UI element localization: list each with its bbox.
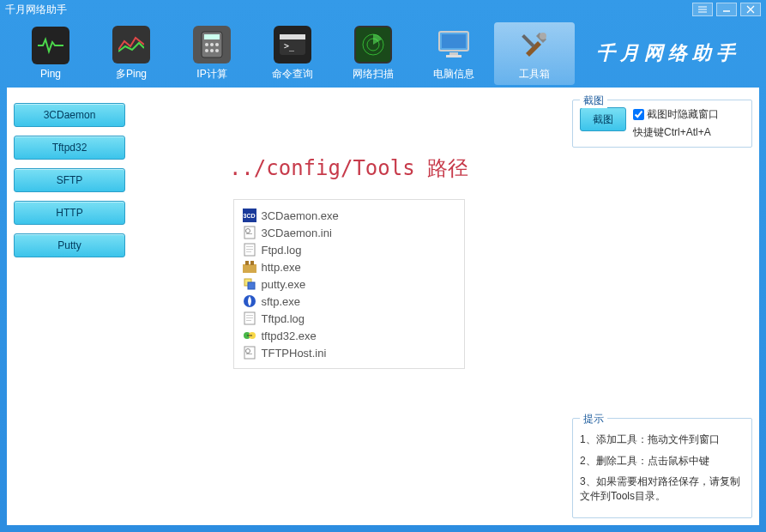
window-title: 千月网络助手 [5,3,689,17]
toolbar-label: 工具箱 [519,67,550,82]
toolbar-pc-info[interactable]: 电脑信息 [413,22,494,85]
ini-icon [243,226,256,239]
toolbar-toolbox[interactable]: 工具箱 [494,22,575,85]
heartbeat-icon [32,27,69,64]
svg-rect-34 [246,317,253,318]
screenshot-button[interactable]: 截图 [580,107,626,131]
hide-window-checkbox[interactable] [633,109,644,120]
svg-point-17 [540,33,546,39]
svg-rect-15 [449,52,458,55]
toolbar-ping[interactable]: Ping [10,23,91,83]
svg-rect-35 [246,320,251,321]
minimize-button[interactable] [716,3,737,16]
tool-btn-tftpd32[interactable]: Tftpd32 [14,136,125,160]
content-area: 3CDaemon Tftpd32 SFTP HTTP Putty ../conf… [7,88,759,525]
toolbar-cmd-query[interactable]: >_ 命令查询 [252,22,333,85]
svg-rect-23 [246,246,253,247]
toolbar-ip-calc[interactable]: IP计算 [172,22,252,85]
hide-window-checkbox-label[interactable]: 截图时隐藏窗口 [633,107,719,122]
brand-text: 千月网络助手 [575,40,756,66]
center-panel: ../config/Tools 路径 3CD3CDaemon.exe 3CDae… [132,94,565,518]
svg-text:>_: >_ [284,41,295,51]
tips-legend: 提示 [580,412,607,426]
svg-rect-9 [280,34,305,39]
multi-chart-icon [112,26,150,63]
close-button[interactable] [740,3,761,16]
exe-icon [243,277,256,291]
list-item[interactable]: sftp.exe [243,293,455,310]
tip-line: 3、如果需要相对路径保存，请复制文件到Tools目录。 [580,475,745,504]
screenshot-legend: 截图 [580,94,607,108]
screenshot-fieldset: 截图 截图 截图时隐藏窗口 快捷键Ctrl+Atl+A [572,100,752,148]
shortcut-text: 快捷键Ctrl+Atl+A [633,125,719,140]
ini-icon [243,346,256,360]
svg-point-6 [210,49,214,52]
log-icon [243,243,256,257]
tool-btn-sftp[interactable]: SFTP [14,168,125,192]
tip-line: 2、删除工具：点击鼠标中键 [580,454,745,469]
svg-point-3 [210,43,214,46]
list-item[interactable]: Ftpd.log [243,241,455,258]
exe-icon [243,329,256,342]
svg-rect-28 [250,261,254,265]
tool-btn-3cdaemon[interactable]: 3CDaemon [14,103,125,127]
monitor-icon [435,26,473,63]
svg-rect-33 [246,315,253,316]
svg-rect-1 [204,34,220,39]
radar-icon [354,26,392,63]
exe-icon: 3CD [243,209,256,222]
list-item[interactable]: tftpd32.exe [243,327,455,344]
svg-point-5 [205,49,208,52]
list-item[interactable]: 3CD3CDaemon.exe [243,207,455,224]
toolbar-label: IP计算 [196,67,226,82]
tip-line: 1、添加工具：拖动文件到窗口 [580,432,745,447]
calculator-icon [193,26,231,63]
list-item[interactable]: 3CDaemon.ini [243,224,455,241]
toolbar-label: 多Ping [116,67,147,82]
toolbar-label: 网络扫描 [353,67,394,82]
log-icon [243,311,256,325]
svg-rect-26 [243,264,256,273]
svg-rect-24 [246,249,253,250]
exe-icon [243,294,256,308]
exe-icon [243,260,256,274]
tools-icon [516,26,553,63]
file-list[interactable]: 3CD3CDaemon.exe 3CDaemon.ini Ftpd.log ht… [233,199,465,369]
svg-point-4 [215,43,219,46]
svg-rect-25 [246,251,251,252]
list-item[interactable]: putty.exe [243,275,455,293]
svg-point-2 [205,43,208,46]
terminal-icon: >_ [274,26,311,63]
titlebar: 千月网络助手 [0,0,766,19]
app-window: 千月网络助手 Ping 多Ping IP计算 [0,0,766,532]
toolbar-label: 电脑信息 [433,67,474,82]
toolbar-label: Ping [40,68,61,80]
list-item[interactable]: TFTPHost.ini [243,344,455,361]
toolbar-net-scan[interactable]: 网络扫描 [333,22,413,85]
path-label: ../config/Tools 路径 [229,154,468,182]
toolbar-label: 命令查询 [272,67,313,82]
toolbar-multi-ping[interactable]: 多Ping [91,22,172,85]
list-item[interactable]: http.exe [243,258,455,275]
svg-rect-18 [522,34,535,48]
svg-rect-40 [246,354,252,354]
svg-rect-21 [246,233,252,234]
svg-rect-27 [245,261,249,265]
right-panel: 截图 截图 截图时隐藏窗口 快捷键Ctrl+Atl+A 提示 1、添加工具：拖动… [572,94,752,518]
list-item[interactable]: Tftpd.log [243,310,455,327]
svg-point-7 [215,49,219,52]
menu-button[interactable] [692,3,713,16]
svg-rect-16 [446,55,461,57]
tool-btn-putty[interactable]: Putty [14,233,125,257]
tool-buttons-panel: 3CDaemon Tftpd32 SFTP HTTP Putty [14,94,125,518]
svg-rect-14 [442,34,466,48]
tips-fieldset: 提示 1、添加工具：拖动文件到窗口 2、删除工具：点击鼠标中键 3、如果需要相对… [572,418,752,518]
toolbar: Ping 多Ping IP计算 >_ 命令查询 网络扫描 [0,19,766,88]
svg-rect-30 [248,282,255,289]
tool-btn-http[interactable]: HTTP [14,201,125,225]
